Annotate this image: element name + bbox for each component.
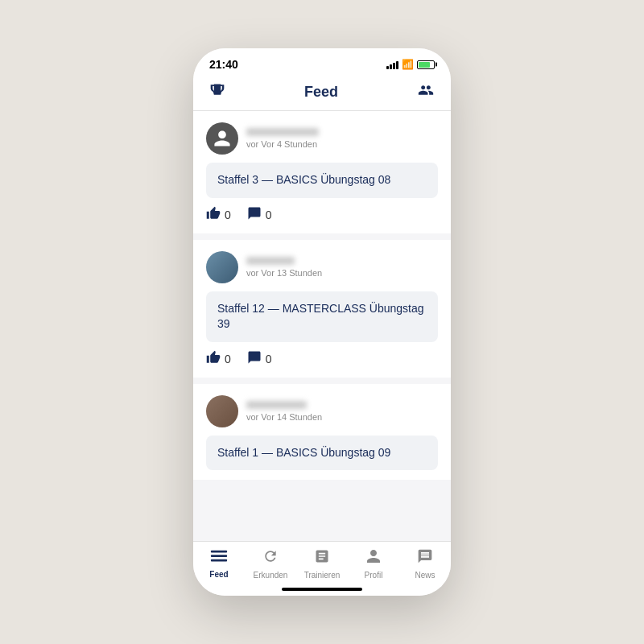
user-name-blur-1 bbox=[246, 128, 319, 136]
post-card-3[interactable]: Staffel 1 — BASICS Übungstag 09 bbox=[206, 436, 438, 471]
comment-icon-1 bbox=[247, 206, 262, 224]
comment-button-1[interactable]: 0 bbox=[247, 206, 272, 224]
nav-label-news: News bbox=[415, 571, 435, 580]
user-time-3: vor Vor 14 Stunden bbox=[246, 412, 322, 422]
comment-count-2: 0 bbox=[266, 353, 272, 365]
user-row-3: vor Vor 14 Stunden bbox=[206, 395, 438, 427]
like-button-2[interactable]: 0 bbox=[206, 350, 231, 368]
avatar-1 bbox=[206, 122, 238, 155]
like-icon-2 bbox=[206, 350, 221, 368]
nav-label-erkunden: Erkunden bbox=[254, 571, 288, 580]
like-icon-1 bbox=[206, 206, 221, 224]
feed-item-1: vor Vor 4 Stunden Staffel 3 — BASICS Übu… bbox=[193, 111, 451, 233]
user-row-2: vor Vor 13 Stunden bbox=[206, 251, 438, 283]
nav-item-profil[interactable]: Profil bbox=[353, 548, 394, 580]
trainieren-icon bbox=[314, 548, 330, 568]
post-title-1: Staffel 3 — BASICS Übungstag 08 bbox=[217, 173, 390, 186]
trophy-icon[interactable] bbox=[209, 82, 225, 102]
nav-item-trainieren[interactable]: Trainieren bbox=[302, 548, 342, 580]
nav-item-feed[interactable]: Feed bbox=[199, 549, 239, 579]
news-icon bbox=[417, 548, 433, 568]
comment-icon-2 bbox=[247, 350, 262, 368]
user-name-blur-3 bbox=[246, 401, 307, 409]
status-bar: 21:40 📶 bbox=[193, 48, 451, 76]
like-button-1[interactable]: 0 bbox=[206, 206, 231, 224]
avatar-3 bbox=[206, 395, 238, 427]
post-title-3: Staffel 1 — BASICS Übungstag 09 bbox=[217, 446, 390, 459]
battery-icon bbox=[417, 60, 435, 69]
nav-item-news[interactable]: News bbox=[405, 548, 445, 580]
user-info-1: vor Vor 4 Stunden bbox=[246, 128, 319, 149]
like-count-2: 0 bbox=[225, 353, 231, 365]
signal-icon bbox=[386, 60, 398, 69]
comment-button-2[interactable]: 0 bbox=[247, 350, 272, 368]
user-time-2: vor Vor 13 Stunden bbox=[246, 268, 322, 278]
actions-row-1: 0 0 bbox=[206, 206, 438, 224]
feed-item-3: vor Vor 14 Stunden Staffel 1 — BASICS Üb… bbox=[193, 384, 451, 481]
home-indicator bbox=[282, 588, 362, 591]
nav-label-profil: Profil bbox=[365, 571, 383, 580]
comment-count-1: 0 bbox=[266, 208, 272, 221]
phone-container: 21:40 📶 Feed bbox=[193, 48, 451, 596]
post-title-2: Staffel 12 — MASTERCLASS Übungstag 39 bbox=[217, 302, 424, 331]
nav-label-feed: Feed bbox=[209, 570, 228, 579]
svg-rect-0 bbox=[211, 551, 227, 553]
status-time: 21:40 bbox=[209, 58, 238, 71]
like-count-1: 0 bbox=[225, 208, 231, 221]
user-info-2: vor Vor 13 Stunden bbox=[246, 257, 322, 278]
svg-rect-2 bbox=[211, 559, 227, 562]
header: Feed bbox=[193, 76, 451, 111]
erkunden-icon bbox=[262, 548, 279, 568]
svg-rect-1 bbox=[211, 555, 227, 557]
wifi-icon: 📶 bbox=[402, 59, 414, 70]
avatar-2 bbox=[206, 251, 238, 283]
nav-label-trainieren: Trainieren bbox=[304, 571, 341, 580]
post-card-2[interactable]: Staffel 12 — MASTERCLASS Übungstag 39 bbox=[206, 291, 438, 342]
user-name-blur-2 bbox=[246, 257, 295, 265]
user-info-3: vor Vor 14 Stunden bbox=[246, 401, 322, 422]
status-icons: 📶 bbox=[386, 59, 435, 70]
feed-scroll[interactable]: vor Vor 4 Stunden Staffel 3 — BASICS Übu… bbox=[193, 111, 451, 541]
post-card-1[interactable]: Staffel 3 — BASICS Übungstag 08 bbox=[206, 163, 438, 198]
user-time-1: vor Vor 4 Stunden bbox=[246, 139, 319, 149]
people-icon[interactable] bbox=[417, 82, 435, 102]
page-title: Feed bbox=[304, 84, 338, 101]
feed-icon bbox=[210, 549, 228, 568]
profil-icon bbox=[365, 548, 382, 568]
feed-item-2: vor Vor 13 Stunden Staffel 12 — MASTERCL… bbox=[193, 240, 451, 378]
user-row-1: vor Vor 4 Stunden bbox=[206, 122, 438, 155]
nav-item-erkunden[interactable]: Erkunden bbox=[250, 548, 291, 580]
actions-row-2: 0 0 bbox=[206, 350, 438, 368]
